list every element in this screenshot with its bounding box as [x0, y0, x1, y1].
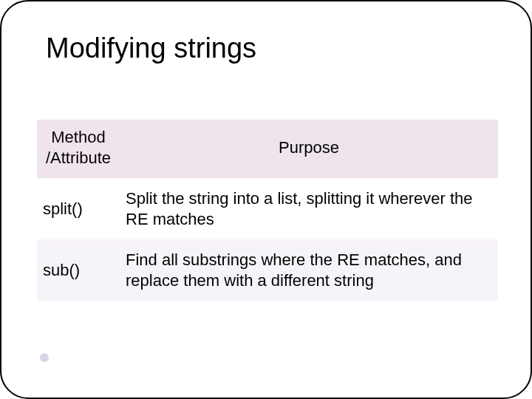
slide-frame: Modifying strings Method /Attribute Purp… — [0, 0, 532, 399]
table-header-row: Method /Attribute Purpose — [37, 120, 498, 178]
header-method: Method /Attribute — [37, 120, 120, 178]
cell-purpose: Find all substrings where the RE matches… — [120, 239, 498, 301]
table-row: sub() Find all substrings where the RE m… — [37, 239, 498, 301]
cell-method: split() — [37, 178, 120, 239]
header-purpose: Purpose — [120, 120, 498, 178]
bullet-icon — [40, 353, 49, 362]
slide-title: Modifying strings — [46, 33, 256, 64]
table-row: split() Split the string into a list, sp… — [37, 178, 498, 239]
methods-table: Method /Attribute Purpose split() Split … — [37, 120, 498, 301]
cell-purpose: Split the string into a list, splitting … — [120, 178, 498, 239]
cell-method: sub() — [37, 239, 120, 301]
